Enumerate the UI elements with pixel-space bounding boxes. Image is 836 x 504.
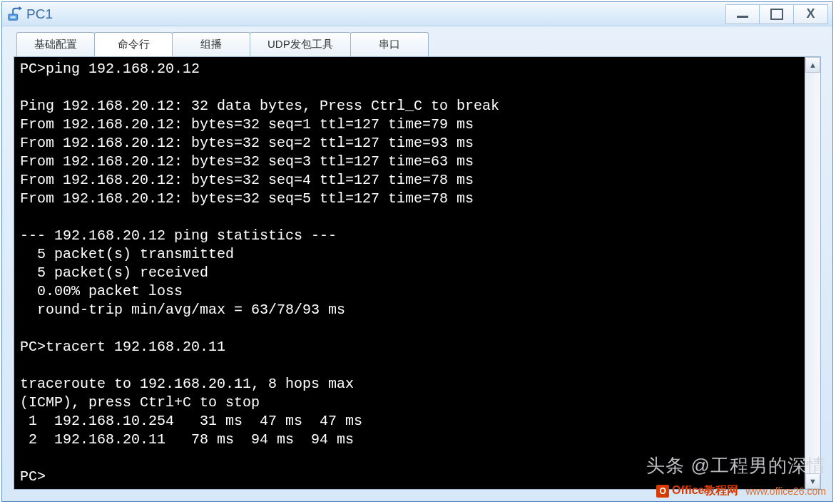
titlebar[interactable]: PC1 X [2, 2, 832, 26]
app-window: PC1 X 基础配置 命令行 组播 UDP发包工具 串口 PC>ping 192… [1, 1, 833, 502]
close-button[interactable]: X [794, 4, 828, 24]
tab-basic-config[interactable]: 基础配置 [16, 32, 95, 56]
scrollbar[interactable]: ▲ ▼ [805, 57, 820, 489]
svg-marker-2 [19, 6, 22, 11]
app-icon [6, 6, 22, 22]
terminal-output[interactable]: PC>ping 192.168.20.12 Ping 192.168.20.12… [14, 57, 805, 489]
tab-serial[interactable]: 串口 [350, 32, 429, 56]
terminal-container: PC>ping 192.168.20.12 Ping 192.168.20.12… [14, 56, 821, 490]
svg-rect-1 [11, 16, 16, 18]
tab-multicast[interactable]: 组播 [172, 32, 250, 56]
tab-command-line[interactable]: 命令行 [94, 32, 173, 56]
scroll-down-arrow[interactable]: ▼ [805, 473, 820, 489]
tab-row: 基础配置 命令行 组播 UDP发包工具 串口 [2, 26, 832, 56]
window-title: PC1 [26, 6, 53, 22]
maximize-button[interactable] [760, 4, 794, 24]
minimize-button[interactable] [725, 4, 760, 24]
tab-udp-tool[interactable]: UDP发包工具 [250, 32, 351, 56]
scroll-up-arrow[interactable]: ▲ [805, 57, 820, 73]
window-controls: X [725, 4, 828, 24]
